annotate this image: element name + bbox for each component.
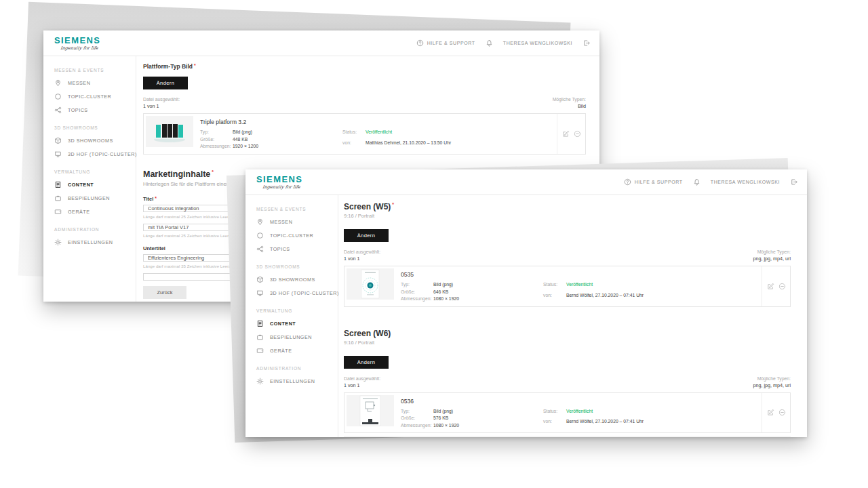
possible-types-label: Mögliche Typen: <box>553 97 586 102</box>
siemens-logo-text: SIEMENS <box>54 36 100 45</box>
file-meta-row: Datei ausgewählt: 1 von 1 Mögliche Typen… <box>344 376 791 388</box>
file-row: 0535 Typ: Bild (png) Größe: 646 KB Abmes… <box>344 266 791 307</box>
gear-icon <box>256 378 264 385</box>
sidebar-item-einstellungen[interactable]: EINSTELLUNGEN <box>43 235 136 249</box>
logout-icon[interactable] <box>790 178 797 186</box>
file-selected-count: 1 von 1 <box>143 103 180 109</box>
help-support-label: HILFE & SUPPORT <box>427 41 475 45</box>
file-thumbnail-triple-platform <box>146 116 193 147</box>
sidebar-item-geraete[interactable]: GERÄTE <box>245 344 338 357</box>
status-label: Status: <box>543 408 566 419</box>
sidebar-section-verwaltung: VERWALTUNG <box>256 308 338 313</box>
status-label: Status: <box>543 281 566 292</box>
file-thumbnail-0535 <box>347 268 394 300</box>
status-value: Veröffentlicht <box>566 281 762 292</box>
groesse-value: 646 KB <box>433 289 543 296</box>
siemens-logo: SIEMENS Ingenuity for life <box>54 36 100 51</box>
sidebar-item-bespielungen[interactable]: BESPIELUNGEN <box>245 330 338 344</box>
sidebar-item-3d-hof[interactable]: 3D HOF (TOPIC-CLUSTER) <box>245 286 338 300</box>
logout-icon[interactable] <box>583 39 590 47</box>
status-label: Status: <box>342 129 366 140</box>
von-label: von: <box>342 140 366 150</box>
siemens-tagline: Ingenuity for life <box>262 185 302 190</box>
edit-icon[interactable] <box>767 409 774 416</box>
siemens-logo-text: SIEMENS <box>256 175 302 184</box>
groesse-value: 448 KB <box>233 136 342 144</box>
siemens-logo: SIEMENS Ingenuity for life <box>256 175 302 190</box>
von-value: Bernd Wölfel, 27.10.2020 – 07:41 Uhr <box>566 418 762 429</box>
required-asterisk: * <box>194 63 196 68</box>
required-asterisk: * <box>212 169 214 174</box>
sidebar-item-messen[interactable]: MESSEN <box>245 215 338 228</box>
possible-types-label: Mögliche Typen: <box>753 376 791 381</box>
edit-icon[interactable] <box>562 130 570 138</box>
monitor-icon <box>54 150 62 158</box>
sidebar: MESSEN & EVENTS MESSEN TOPIC-CLUSTER TOP… <box>245 195 338 437</box>
file-meta-row: Datei ausgewählt: 1 von 1 Mögliche Typen… <box>143 97 586 109</box>
sidebar-item-3d-hof[interactable]: 3D HOF (TOPIC-CLUSTER) <box>43 147 136 161</box>
document-icon <box>54 181 62 188</box>
typ-label: Typ: <box>200 129 233 136</box>
sidebar-section-messen-events: MESSEN & EVENTS <box>256 207 338 211</box>
sidebar-item-geraete[interactable]: GERÄTE <box>43 205 136 218</box>
app-header: SIEMENS Ingenuity for life HILFE & SUPPO… <box>43 30 599 56</box>
typ-value: Bild (png) <box>433 281 543 289</box>
sidebar-item-content[interactable]: CONTENT <box>43 178 136 191</box>
abmessungen-label: Abmessungen: <box>401 296 433 303</box>
change-file-button[interactable]: Ändern <box>344 229 389 242</box>
help-support-link[interactable]: HILFE & SUPPORT <box>416 39 475 47</box>
abmessungen-value: 1920 × 1200 <box>233 143 342 150</box>
share-icon <box>54 106 62 114</box>
sidebar-section-3d-showrooms: 3D SHOWROOMS <box>256 264 338 269</box>
screen-w5-section: Screen (W5)* 9:16 / Portrait Ändern Date… <box>344 199 791 310</box>
sidebar-item-3d-showrooms[interactable]: 3D SHOWROOMS <box>245 272 338 286</box>
possible-types-value: png, jpg, mp4, url <box>753 382 791 388</box>
file-title: 0535 <box>401 271 762 278</box>
content-area: Screen (W5)* 9:16 / Portrait Ändern Date… <box>338 195 807 437</box>
monitor-icon <box>256 289 264 297</box>
file-title: 0536 <box>401 398 762 405</box>
screen-w6-title: Screen (W6) <box>344 329 791 338</box>
sidebar-section-administration: ADMINISTRATION <box>54 227 136 232</box>
back-button[interactable]: Zurück <box>143 286 186 299</box>
briefcase-icon <box>256 333 264 341</box>
von-label: von: <box>543 418 566 429</box>
change-file-button[interactable]: Ändern <box>344 356 389 369</box>
share-icon <box>256 245 264 253</box>
possible-types-value: Bild <box>553 103 586 109</box>
sidebar-item-content[interactable]: CONTENT <box>245 317 338 330</box>
sidebar-item-topic-cluster[interactable]: TOPIC-CLUSTER <box>245 228 338 242</box>
remove-icon[interactable] <box>574 130 581 138</box>
groesse-label: Größe: <box>401 289 433 296</box>
file-selected-count: 1 von 1 <box>344 382 380 388</box>
bell-icon[interactable] <box>486 39 493 47</box>
typ-label: Typ: <box>401 408 433 415</box>
circle-icon <box>256 232 264 239</box>
sidebar-item-3d-showrooms[interactable]: 3D SHOWROOMS <box>43 134 136 147</box>
document-icon <box>256 320 264 327</box>
remove-icon[interactable] <box>778 409 786 416</box>
sidebar-item-topics[interactable]: TOPICS <box>245 242 338 256</box>
remove-icon[interactable] <box>778 283 786 290</box>
siemens-tagline: Ingenuity for life <box>60 46 100 51</box>
possible-types-value: png, jpg, mp4, url <box>753 256 791 262</box>
von-value: Matthias Dehmel, 21.10.2020 – 13:50 Uhr <box>366 140 557 150</box>
sidebar-item-bespielungen[interactable]: BESPIELUNGEN <box>43 191 136 205</box>
sidebar-section-verwaltung: VERWALTUNG <box>54 169 136 174</box>
bell-icon[interactable] <box>693 178 701 186</box>
file-selected-label: Datei ausgewählt: <box>143 97 180 102</box>
help-support-link[interactable]: HILFE & SUPPORT <box>624 178 683 186</box>
file-meta-row: Datei ausgewählt: 1 von 1 Mögliche Typen… <box>344 249 791 262</box>
sidebar-item-messen[interactable]: MESSEN <box>43 76 136 89</box>
gear-icon <box>54 239 62 246</box>
sidebar-item-topic-cluster[interactable]: TOPIC-CLUSTER <box>43 89 136 103</box>
change-file-button[interactable]: Ändern <box>143 77 188 89</box>
screen-w5-title: Screen (W5)* <box>344 202 791 211</box>
cube-icon <box>256 276 264 283</box>
sidebar-item-einstellungen[interactable]: EINSTELLUNGEN <box>245 374 338 388</box>
front-window: SIEMENS Ingenuity for life HILFE & SUPPO… <box>245 169 807 437</box>
abmessungen-label: Abmessungen: <box>200 143 233 150</box>
sidebar-item-topics[interactable]: TOPICS <box>43 103 136 117</box>
edit-icon[interactable] <box>767 283 774 290</box>
possible-types-label: Mögliche Typen: <box>753 249 791 254</box>
